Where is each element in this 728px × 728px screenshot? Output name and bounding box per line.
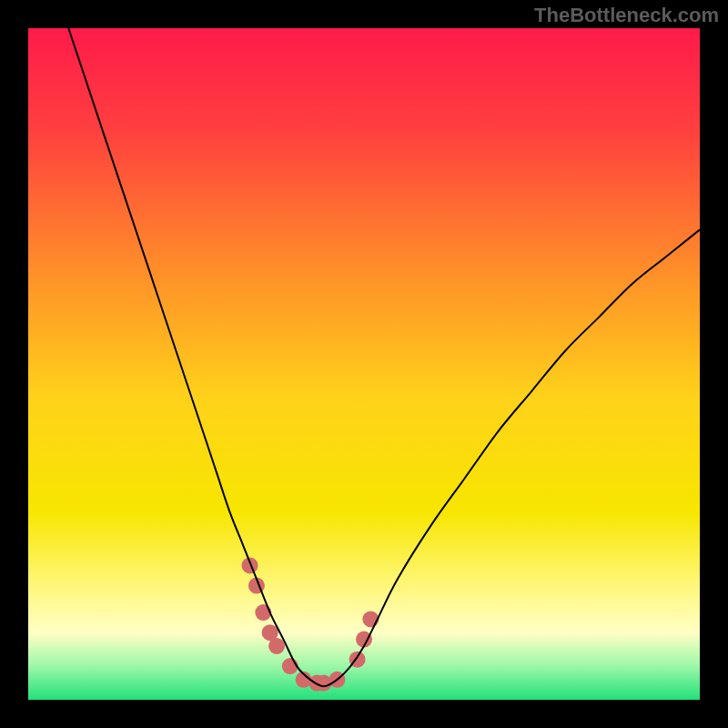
curve-layer	[28, 28, 700, 700]
plot-area	[28, 28, 700, 700]
watermark-text: TheBottleneck.com	[534, 4, 719, 27]
marker-dot	[268, 638, 285, 654]
bottleneck-curve	[68, 28, 700, 686]
optimal-zone-markers	[242, 557, 379, 691]
chart-frame: TheBottleneck.com	[0, 0, 728, 728]
